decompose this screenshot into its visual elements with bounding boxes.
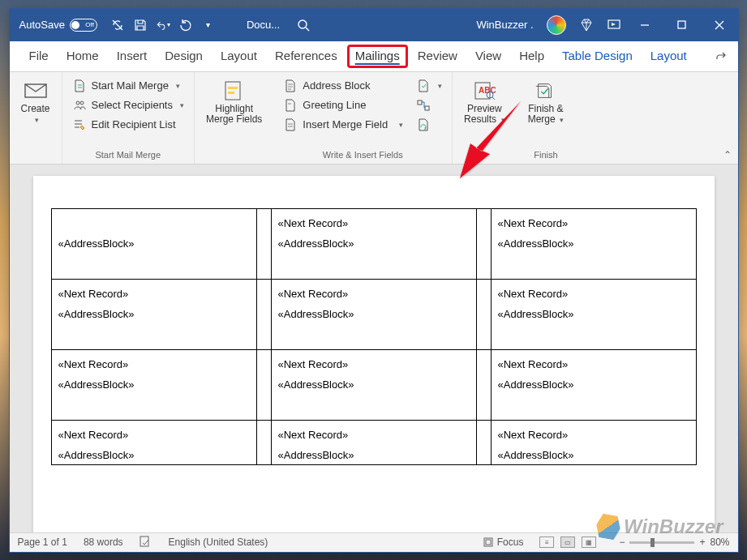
page-icon [283,118,298,132]
web-layout-icon[interactable]: ▦ [582,536,596,548]
sync-off-icon[interactable] [110,18,125,32]
zoom-out-button[interactable]: − [619,536,625,548]
tab-table-design[interactable]: Table Design [554,45,641,68]
highlight-merge-fields-button[interactable]: HighlightMerge Fields [201,77,267,128]
recipients-icon [72,98,87,113]
address-block-button[interactable]: Address Block [280,77,406,95]
tab-design[interactable]: Design [157,45,211,68]
tab-home[interactable]: Home [58,45,107,68]
save-icon[interactable] [133,18,148,32]
label-cell[interactable]: «Next Record» «AddressBlock» [271,420,476,464]
print-layout-icon[interactable]: ▭ [560,536,575,548]
ribbon: Create▾ Start Mail Merge▾ Select Recipie… [10,72,738,165]
tab-table-layout[interactable]: Layout [642,45,695,68]
autosave-toggle[interactable]: Off [70,19,97,32]
update-labels-button[interactable] [413,116,445,134]
match-fields-button[interactable] [413,96,445,114]
finish-merge-button[interactable]: Finish &Merge ▾ [523,77,569,128]
tab-review[interactable]: Review [410,45,466,68]
maximize-button[interactable] [663,9,701,41]
label-cell[interactable]: «Next Record» «AddressBlock» [51,420,256,464]
autosave-control[interactable]: AutoSave Off [19,19,97,32]
tab-file[interactable]: File [21,45,57,68]
preview-icon: ABC [473,80,496,101]
label-cell[interactable]: «Next Record» «AddressBlock» [491,279,696,349]
labels-table[interactable]: «AddressBlock» «Next Record» «AddressBlo… [51,208,697,465]
search-icon[interactable] [296,18,311,32]
tab-insert[interactable]: Insert [109,45,156,68]
close-button[interactable] [701,9,738,41]
label-cell[interactable]: «Next Record» «AddressBlock» [491,349,696,420]
table-row: «Next Record» «AddressBlock» «Next Recor… [51,420,696,464]
redo-icon[interactable] [178,18,193,32]
svg-rect-7 [228,87,238,89]
group-label-finish: Finish [534,148,557,162]
language-indicator[interactable]: English (United States) [169,536,268,548]
match-fields-icon [416,98,431,113]
svg-rect-16 [486,540,491,545]
label-cell[interactable]: «Next Record» «AddressBlock» [271,349,476,420]
label-cell[interactable]: «Next Record» «AddressBlock» [491,208,696,279]
zoom-slider[interactable] [629,541,694,544]
select-recipients-button[interactable]: Select Recipients▾ [69,96,187,114]
share-button[interactable] [711,47,732,65]
undo-icon[interactable]: ▾ [156,18,170,32]
group-create: Create▾ [10,72,62,164]
presentation-mode-icon[interactable] [607,18,621,32]
edit-list-icon [72,118,87,132]
label-cell[interactable]: «Next Record» «AddressBlock» [271,279,476,349]
label-cell[interactable]: «Next Record» «AddressBlock» [51,349,256,420]
label-cell[interactable]: «AddressBlock» [51,208,256,279]
read-mode-icon[interactable]: ≡ [539,536,554,548]
insert-merge-field-button[interactable]: Insert Merge Field ▾ [280,116,406,134]
proofing-icon[interactable] [140,536,152,549]
word-window: AutoSave Off ▾ ▾ Docu... WinBuzzer . Fil… [9,8,739,553]
tab-references[interactable]: References [267,45,346,68]
svg-point-0 [298,20,307,28]
titlebar: AutoSave Off ▾ ▾ Docu... WinBuzzer . [10,9,738,41]
document-area[interactable]: «AddressBlock» «Next Record» «AddressBlo… [10,165,738,532]
label-cell[interactable]: «Next Record» «AddressBlock» [271,208,476,279]
document-name[interactable]: Docu... [247,19,280,31]
rules-button[interactable]: ▾ [413,77,445,95]
table-row: «AddressBlock» «Next Record» «AddressBlo… [51,208,696,279]
ribbon-tabs: File Home Insert Design Layout Reference… [10,41,738,72]
page-icon [283,98,298,113]
page-indicator[interactable]: Page 1 of 1 [18,536,67,548]
greeting-line-button[interactable]: Greeting Line [280,96,406,114]
highlight-icon [223,80,246,101]
window-controls [626,9,738,41]
minimize-button[interactable] [626,9,663,41]
svg-point-5 [80,101,84,105]
tab-layout[interactable]: Layout [213,45,265,68]
qat-overflow-icon[interactable]: ▾ [201,18,216,32]
diamond-icon[interactable] [579,18,594,32]
word-count[interactable]: 88 words [84,536,123,548]
tab-mailings[interactable]: Mailings [347,45,408,68]
zoom-in-button[interactable]: + [699,536,705,548]
svg-rect-9 [418,100,422,105]
focus-mode[interactable]: Focus [483,536,524,548]
svg-rect-8 [228,92,234,94]
view-buttons: ≡ ▭ ▦ [539,536,596,548]
collapse-ribbon-button[interactable]: ⌃ [723,149,732,160]
title-right-group: WinBuzzer . [476,15,620,35]
statusbar: Page 1 of 1 88 words English (United Sta… [10,532,738,552]
group-write-insert: Address Block Greeting Line Insert Merge… [273,72,453,164]
zoom-level[interactable]: 80% [710,536,729,548]
label-cell[interactable]: «Next Record» «AddressBlock» [51,279,256,349]
edit-recipient-list-button[interactable]: Edit Recipient List [69,116,187,134]
quick-access-toolbar: ▾ ▾ [110,18,216,32]
create-button[interactable]: Create▾ [16,77,55,128]
user-avatar[interactable] [547,15,566,35]
zoom-control[interactable]: − + 80% [619,536,729,548]
group-start-mail-merge: Start Mail Merge▾ Select Recipients▾ Edi… [62,72,195,164]
tab-view[interactable]: View [467,45,509,68]
svg-rect-2 [678,21,685,28]
page-icon [283,79,298,93]
preview-results-button[interactable]: ABC PreviewResults ▾ [459,77,510,128]
tab-help[interactable]: Help [511,45,552,68]
group-label-write: Write & Insert Fields [323,148,403,162]
label-cell[interactable]: «Next Record» «AddressBlock» [491,420,696,464]
start-mail-merge-button[interactable]: Start Mail Merge▾ [69,77,187,95]
